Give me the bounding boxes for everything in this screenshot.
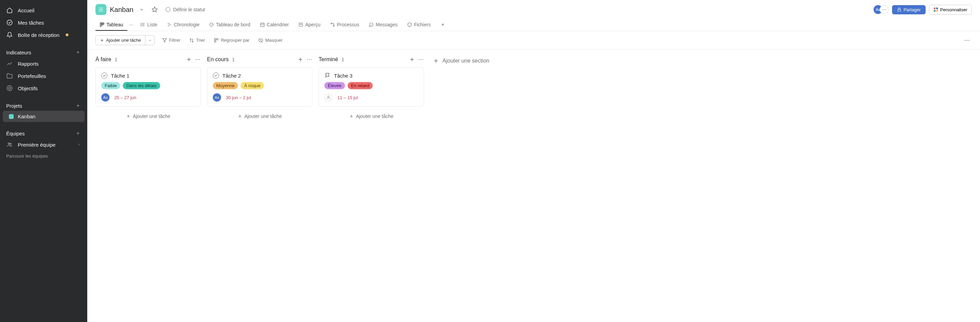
due-date[interactable]: 25 – 27 jun <box>114 95 136 100</box>
add-task-dropdown[interactable] <box>145 36 154 44</box>
add-task-button[interactable]: Ajouter une tâche <box>96 36 145 45</box>
chevron-down-icon[interactable] <box>137 5 146 14</box>
svg-point-23 <box>129 25 130 25</box>
tab-more-icon[interactable] <box>127 21 135 29</box>
more-icon[interactable] <box>962 36 972 45</box>
sidebar-nav-item[interactable]: Accueil <box>0 4 87 16</box>
add-task-label: Ajouter une tâche <box>106 38 141 43</box>
plus-icon[interactable] <box>75 103 81 109</box>
tab-calendrier[interactable]: Calendrier <box>256 19 293 31</box>
complete-task-icon[interactable] <box>101 73 107 79</box>
column-more-icon[interactable] <box>306 56 312 63</box>
add-card-icon[interactable] <box>298 56 304 63</box>
svg-point-72 <box>420 59 421 60</box>
hide-button[interactable]: Masquer <box>257 36 284 44</box>
assign-avatar-icon[interactable] <box>325 93 332 102</box>
tag[interactable]: À risque <box>240 82 264 89</box>
add-card-icon[interactable] <box>409 56 415 63</box>
add-task-label: Ajouter une tâche <box>133 114 170 119</box>
bell-icon <box>6 32 13 38</box>
sort-label: Trier <box>196 38 205 43</box>
tag[interactable]: Dans les délais <box>123 82 160 89</box>
tab-processus[interactable]: Processus <box>326 19 363 31</box>
sidebar-item-label: Boîte de réception <box>18 32 60 38</box>
tab-aperçu[interactable]: Aperçu <box>294 19 325 31</box>
svg-point-25 <box>132 25 133 25</box>
add-task-in-column[interactable]: Ajouter une tâche <box>207 110 312 122</box>
tab-label: Chronologie <box>174 22 200 27</box>
svg-rect-15 <box>898 9 900 11</box>
due-date[interactable]: 30 jun – 2 jul <box>226 95 251 100</box>
sidebar-project-kanban[interactable]: Kanban <box>3 111 84 122</box>
tab-label: Liste <box>147 22 158 27</box>
sidebar-nav-item[interactable]: Boîte de réception <box>0 29 87 41</box>
task-title: Tâche 3 <box>334 73 352 79</box>
add-tab-button[interactable] <box>436 19 449 30</box>
svg-rect-16 <box>934 8 935 9</box>
sidebar-insight-item[interactable]: Rapports <box>0 57 87 70</box>
sidebar-insight-item[interactable]: Objectifs <box>0 82 87 94</box>
tag[interactable]: Moyenne <box>213 82 238 89</box>
task-card[interactable]: Tâche 2 MoyenneÀ risque As30 jun – 2 jul <box>207 67 312 107</box>
tag[interactable]: Élevée <box>325 82 345 89</box>
filter-button[interactable]: Filtrer <box>161 36 182 44</box>
calendar-icon <box>260 22 265 27</box>
tag[interactable]: En retard <box>348 82 372 89</box>
group-button[interactable]: Regrouper par <box>213 36 251 44</box>
overview-icon <box>298 22 303 27</box>
add-task-in-column[interactable]: Ajouter une tâche <box>95 110 201 122</box>
customize-label: Personnaliser <box>940 7 968 12</box>
avatar[interactable]: As <box>213 93 221 102</box>
avatar[interactable]: As <box>101 93 110 102</box>
sidebar-team-label: Première équipe <box>18 142 56 148</box>
add-card-icon[interactable] <box>186 56 192 63</box>
column-title[interactable]: À faire <box>95 56 111 63</box>
column-more-icon[interactable] <box>195 56 201 63</box>
add-task-in-column[interactable]: Ajouter une tâche <box>318 110 424 122</box>
svg-point-54 <box>969 40 970 41</box>
project-icon[interactable] <box>95 4 107 15</box>
svg-point-75 <box>328 96 329 97</box>
complete-task-icon[interactable] <box>213 73 219 79</box>
due-date[interactable]: 11 – 15 jul <box>337 95 358 100</box>
svg-point-3 <box>7 86 12 91</box>
sidebar-section-title: Indicateurs <box>6 49 31 56</box>
sidebar-nav-item[interactable]: Mes tâches <box>0 16 87 29</box>
star-icon[interactable] <box>150 5 159 14</box>
add-member-icon[interactable]: ⋯ <box>880 5 889 14</box>
sidebar-team-item[interactable]: Première équipe <box>0 138 87 151</box>
share-button[interactable]: Partager <box>892 5 926 14</box>
task-card[interactable]: Tâche 1 FaibleDans les délais As25 – 27 … <box>95 67 201 107</box>
tab-tableau[interactable]: Tableau <box>95 19 127 31</box>
task-title: Tâche 1 <box>111 73 129 79</box>
sidebar-section-title: Équipes <box>6 130 25 136</box>
tab-label: Tableau <box>107 22 123 27</box>
set-status-button[interactable]: Définir le statut <box>163 5 208 14</box>
sidebar-insight-item[interactable]: Portefeuilles <box>0 70 87 82</box>
tab-tableau-de-bord[interactable]: Tableau de bord <box>205 19 254 31</box>
task-card[interactable]: Tâche 3 ÉlevéeEn retard 11 – 15 jul <box>318 67 424 107</box>
tag-row: MoyenneÀ risque <box>213 82 307 89</box>
tab-liste[interactable]: Liste <box>136 19 162 31</box>
milestone-icon[interactable] <box>325 73 331 79</box>
browse-teams-link[interactable]: Parcourir les équipes <box>0 151 87 161</box>
sidebar-item-label: Portefeuilles <box>18 73 46 79</box>
tag[interactable]: Faible <box>101 82 120 89</box>
tab-messages[interactable]: Messages <box>365 19 402 31</box>
list-icon <box>140 22 145 27</box>
tab-chronologie[interactable]: Chronologie <box>163 19 204 31</box>
status-circle-icon <box>165 7 170 12</box>
column-title[interactable]: Terminé <box>318 56 338 63</box>
column-count: 1 <box>342 57 344 62</box>
plus-icon[interactable] <box>75 49 81 56</box>
sort-button[interactable]: Trier <box>188 36 206 44</box>
column-title[interactable]: En cours <box>207 56 229 63</box>
plus-icon[interactable] <box>75 130 81 136</box>
add-section-button[interactable]: Ajouter une section <box>430 56 492 65</box>
tab-fichiers[interactable]: Fichiers <box>403 19 435 31</box>
tab-label: Fichiers <box>414 22 431 27</box>
svg-rect-17 <box>936 8 937 9</box>
column-more-icon[interactable] <box>418 56 424 63</box>
sidebar-project-label: Kanban <box>18 114 36 119</box>
customize-button[interactable]: Personnaliser <box>929 5 972 15</box>
